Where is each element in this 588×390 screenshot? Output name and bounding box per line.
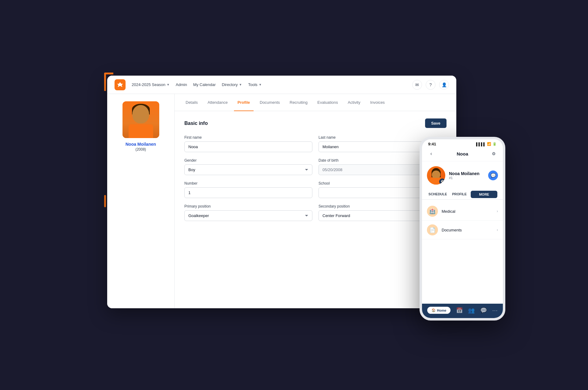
phone-player-full-name: Nooa Moilanen	[449, 171, 484, 176]
avatar-body	[129, 124, 153, 138]
phone-bottom-nav: 🏠 Home 📅 👥 💬 ⋯	[422, 304, 503, 318]
form-area: Basic info Save First name Last name	[175, 111, 456, 234]
wifi-icon: 📶	[487, 142, 491, 146]
documents-chevron: ›	[497, 228, 498, 232]
tab-evaluations[interactable]: Evaluations	[314, 94, 341, 111]
primary-position-group: Primary position Goalkeeper Defender Mid…	[184, 204, 312, 221]
medical-icon: 🏥	[427, 206, 438, 217]
phone-nav-home[interactable]: 🏠 Home	[427, 307, 451, 314]
main-content: Nooa Moilanen (2008) Details Attendance …	[107, 94, 456, 308]
phone-inner: 9:41 ▌▌▌▌ 📶 🔋 ‹ Nooa ⚙	[422, 139, 503, 318]
nav-season[interactable]: 2024-2025 Season ▼	[132, 82, 170, 87]
message-button[interactable]: 💬	[488, 171, 498, 180]
top-nav: 2024-2025 Season ▼ Admin My Calendar Dir…	[107, 76, 456, 94]
form-row-name: First name Last name	[184, 135, 447, 152]
nav-admin[interactable]: Admin	[176, 82, 187, 87]
phone-menu-documents[interactable]: 📄 Documents ›	[422, 221, 503, 239]
documents-icon: 📄	[427, 224, 438, 235]
phone-header: ‹ Nooa ⚙	[422, 148, 503, 161]
phone-player-info: Nooa Moilanen #1	[449, 171, 484, 180]
desktop-card: 2024-2025 Season ▼ Admin My Calendar Dir…	[107, 76, 456, 308]
tab-invoices[interactable]: Invoices	[367, 94, 389, 111]
tab-profile[interactable]: Profile	[234, 94, 254, 111]
number-label: Number	[184, 181, 312, 186]
svg-marker-0	[117, 82, 123, 87]
phone-nav-calendar[interactable]: 📅	[456, 307, 463, 314]
nav-directory[interactable]: Directory ▼	[222, 82, 242, 87]
home-icon: 🏠	[432, 308, 436, 312]
back-button[interactable]: ‹	[427, 149, 435, 158]
mail-icon-btn[interactable]: ✉	[412, 80, 422, 90]
jersey-badge: ⚽	[439, 178, 445, 185]
nav-icons: ✉ ? 👤	[412, 80, 449, 90]
battery-icon: 🔋	[492, 142, 497, 146]
messages-icon: 💬	[480, 307, 487, 314]
primary-position-select[interactable]: Goalkeeper Defender Midfielder Forward	[184, 210, 312, 221]
phone-avatar: ⚽	[427, 166, 445, 185]
tab-attendance[interactable]: Attendance	[204, 94, 232, 111]
phone-player-number: #1	[449, 176, 484, 180]
phone-nav-more[interactable]: ⋯	[492, 307, 498, 314]
gender-select[interactable]: Boy Girl	[184, 164, 312, 175]
gender-group: Gender Boy Girl	[184, 158, 312, 175]
tab-documents[interactable]: Documents	[256, 94, 284, 111]
tabs-bar: Details Attendance Profile Documents Rec…	[175, 94, 456, 111]
first-name-group: First name	[184, 135, 312, 152]
first-name-label: First name	[184, 135, 312, 140]
form-title: Basic info	[184, 121, 208, 126]
filter-icon[interactable]: ⚙	[489, 149, 498, 158]
medical-label: Medical	[442, 209, 493, 214]
mobile-phone: 9:41 ▌▌▌▌ 📶 🔋 ‹ Nooa ⚙	[420, 137, 505, 321]
phone-nav-team[interactable]: 👥	[468, 307, 475, 314]
tab-recruiting[interactable]: Recruiting	[286, 94, 311, 111]
first-name-input[interactable]	[184, 141, 312, 152]
phone-player-title: Nooa	[457, 151, 468, 156]
medical-chevron: ›	[497, 209, 498, 213]
nav-tools[interactable]: Tools ▼	[248, 82, 262, 87]
gender-label: Gender	[184, 158, 312, 163]
phone-tabs: SCHEDULE PROFILE MORE	[422, 189, 503, 200]
form-row-number-school: Number School	[184, 181, 447, 198]
more-icon: ⋯	[492, 307, 498, 314]
phone-menu: 🏥 Medical › 📄 Documents ›	[422, 200, 503, 242]
deco-line-left	[104, 195, 106, 207]
sidebar-player-year: (2008)	[135, 147, 146, 152]
phone-status-icons: ▌▌▌▌ 📶 🔋	[476, 142, 497, 146]
phone-menu-medical[interactable]: 🏥 Medical ›	[422, 202, 503, 221]
sidebar-player-name: Nooa Moilanen	[126, 142, 156, 147]
phone-tab-profile[interactable]: PROFILE	[449, 190, 470, 199]
number-group: Number	[184, 181, 312, 198]
help-icon-btn[interactable]: ?	[426, 80, 435, 90]
phone-player-section: ⚽ Nooa Moilanen #1 💬	[422, 161, 503, 189]
phone-tab-schedule[interactable]: SCHEDULE	[427, 190, 449, 199]
phone-tab-more[interactable]: MORE	[471, 191, 497, 198]
phone-status-bar: 9:41 ▌▌▌▌ 📶 🔋	[422, 139, 503, 148]
app-logo[interactable]	[115, 79, 126, 90]
team-icon: 👥	[468, 307, 475, 314]
tab-activity[interactable]: Activity	[344, 94, 364, 111]
content-area: Details Attendance Profile Documents Rec…	[175, 94, 456, 308]
number-input[interactable]	[184, 187, 312, 198]
form-row-positions: Primary position Goalkeeper Defender Mid…	[184, 204, 447, 221]
signal-icon: ▌▌▌▌	[476, 142, 486, 146]
calendar-icon: 📅	[456, 307, 463, 314]
tab-details[interactable]: Details	[182, 94, 202, 111]
form-row-gender-dob: Gender Boy Girl Date of birth	[184, 158, 447, 175]
documents-label: Documents	[442, 228, 493, 232]
primary-position-label: Primary position	[184, 204, 312, 208]
sidebar: Nooa Moilanen (2008)	[107, 94, 175, 308]
form-header: Basic info Save	[184, 118, 447, 128]
save-button[interactable]: Save	[425, 118, 447, 128]
player-avatar	[123, 101, 159, 138]
user-icon-btn[interactable]: 👤	[439, 80, 449, 90]
avatar-head	[132, 105, 149, 123]
phone-time: 9:41	[428, 142, 436, 146]
jersey-icon: ⚽	[441, 180, 444, 183]
nav-calendar[interactable]: My Calendar	[193, 82, 216, 87]
phone-nav-messages[interactable]: 💬	[480, 307, 487, 314]
